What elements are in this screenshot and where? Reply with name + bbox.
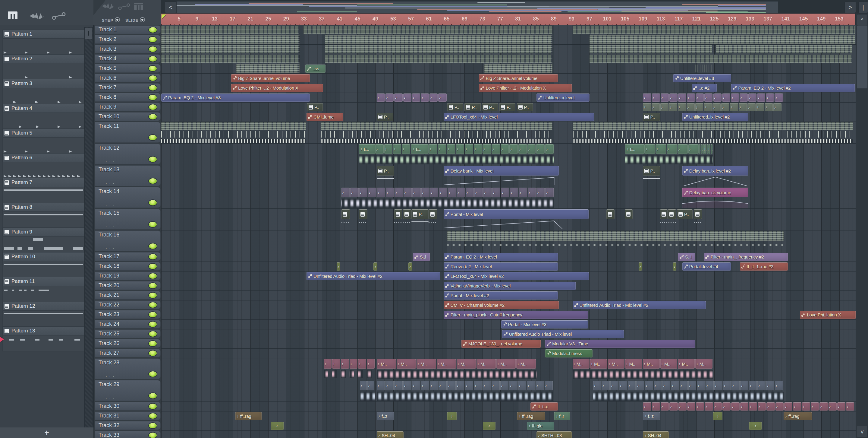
- pattern-header[interactable]: Pattern 10: [2, 252, 85, 261]
- note-clip[interactable]: ♪: [652, 402, 660, 411]
- pattern-item[interactable]: Pattern 13: [2, 326, 85, 351]
- note-clip[interactable]: ♪: [518, 381, 526, 390]
- scroll-right-button[interactable]: >: [844, 1, 856, 13]
- track-mute-led[interactable]: [148, 413, 157, 419]
- track-header[interactable]: Track 6: [95, 74, 161, 82]
- piano-icon[interactable]: [134, 3, 143, 10]
- automation-clip[interactable]: S..l: [678, 253, 695, 261]
- note-clip[interactable]: ♪: [429, 144, 437, 154]
- pattern-clip[interactable]: P..: [482, 103, 498, 111]
- automation-clip[interactable]: ..ss: [305, 64, 326, 73]
- note-clip[interactable]: ♪: [709, 144, 711, 154]
- track-mute-led[interactable]: [148, 422, 157, 429]
- note-clip[interactable]: ♪: [740, 93, 748, 101]
- note-clip[interactable]: ♪: [337, 262, 340, 270]
- note-clip[interactable]: ♪M..: [416, 359, 436, 369]
- pattern-clip[interactable]: P..: [377, 166, 394, 176]
- note-clip[interactable]: ♪: [465, 381, 473, 390]
- note-clip[interactable]: ♪: [545, 381, 553, 390]
- note-clip[interactable]: ♪: [377, 187, 385, 197]
- note-clip[interactable]: ♪M..: [660, 359, 677, 369]
- note-clip[interactable]: ♪: [394, 93, 402, 101]
- note-clip[interactable]: ♪: [713, 412, 722, 420]
- note-clip[interactable]: ♪: [695, 93, 704, 101]
- note-clip[interactable]: ♪: [373, 262, 377, 270]
- pattern-blocks-run[interactable]: [161, 55, 300, 63]
- note-clip[interactable]: ♪: [829, 402, 837, 411]
- track-mute-led[interactable]: [148, 178, 157, 184]
- note-clip[interactable]: ♪: [678, 93, 686, 101]
- pattern-clip[interactable]: P..: [447, 103, 463, 111]
- note-clip[interactable]: ♪: [619, 381, 627, 390]
- note-clip[interactable]: ♪: [439, 187, 447, 197]
- pattern-clip[interactable]: P..: [643, 113, 660, 121]
- note-clip[interactable]: ♪: [703, 144, 705, 154]
- note-clip[interactable]: ♪: [671, 381, 679, 390]
- pattern-header[interactable]: Pattern 4: [2, 104, 85, 113]
- pattern-item[interactable]: Pattern 2: [2, 54, 85, 79]
- note-clip[interactable]: ♪: [465, 144, 473, 154]
- pattern-header[interactable]: Pattern 12: [2, 302, 85, 311]
- note-clip[interactable]: ♪M..: [572, 359, 590, 369]
- pattern-clip[interactable]: [694, 209, 702, 219]
- pattern-blocks-run[interactable]: [716, 45, 852, 53]
- track-header[interactable]: Track 1: [95, 25, 161, 34]
- sample-clip[interactable]: ♪E..: [411, 144, 429, 154]
- note-clip[interactable]: ♪: [518, 144, 527, 154]
- pattern-item[interactable]: Pattern 11: [2, 277, 85, 302]
- note-clip[interactable]: ♪: [645, 381, 653, 390]
- note-clip[interactable]: ♪: [421, 381, 429, 390]
- note-clip[interactable]: ♪: [678, 402, 687, 411]
- automation-clip[interactable]: Param. EQ 2 - Mix level #3: [161, 93, 310, 101]
- note-clip[interactable]: ♪: [358, 359, 366, 369]
- note-clip[interactable]: ♪: [359, 187, 367, 197]
- note-clip[interactable]: ♪: [430, 93, 438, 101]
- note-clip[interactable]: ♪: [680, 381, 688, 390]
- note-clip[interactable]: ♪: [670, 402, 678, 411]
- track-mute-led[interactable]: [148, 75, 157, 82]
- sample-clip[interactable]: ♪E..: [625, 144, 645, 154]
- note-clip[interactable]: ♪: [384, 144, 393, 154]
- track-mute-led[interactable]: [148, 321, 157, 328]
- note-clip[interactable]: ♪: [510, 187, 518, 197]
- audio-waveform[interactable]: [359, 155, 554, 165]
- note-clip[interactable]: ♪: [402, 144, 410, 154]
- note-clip[interactable]: ♪M..: [590, 359, 607, 369]
- automation-clip[interactable]: Portal - Mix level: [444, 209, 589, 219]
- add-pattern-button[interactable]: +: [44, 428, 49, 437]
- track-header[interactable]: Track 27: [95, 349, 161, 357]
- note-clip[interactable]: ♪: [696, 402, 704, 411]
- track-mute-led[interactable]: [148, 46, 157, 53]
- note-clip[interactable]: ♪M..: [496, 359, 516, 369]
- automation-clip[interactable]: Big Z Snare..annel volume: [479, 74, 558, 82]
- note-clip[interactable]: ♪: [739, 103, 747, 111]
- note-clip[interactable]: ♪: [819, 402, 828, 411]
- sample-clip[interactable]: ♪ff..gle: [527, 422, 554, 430]
- pattern-blocks-run[interactable]: [590, 45, 712, 53]
- track-header[interactable]: Track 25: [95, 329, 161, 338]
- audio-waveform[interactable]: [341, 199, 554, 208]
- note-clip[interactable]: ♪: [408, 262, 412, 270]
- track-header[interactable]: Track 3: [95, 45, 161, 53]
- note-clip[interactable]: ♪: [412, 187, 421, 197]
- pattern-preview[interactable]: [2, 39, 85, 55]
- automation-clip[interactable]: CMI V - Channel volume #2: [444, 301, 559, 309]
- note-clip[interactable]: ♪: [714, 402, 722, 411]
- pattern-preview[interactable]: [2, 286, 85, 302]
- audio-waveform[interactable]: [350, 370, 354, 378]
- sample-clip[interactable]: ♪SH..04: [643, 431, 669, 438]
- track-header[interactable]: Track 11. . .: [95, 122, 161, 143]
- automation-clip[interactable]: Delay bank - Mix level: [444, 166, 559, 176]
- note-clip[interactable]: ♪: [395, 187, 403, 197]
- sample-clip[interactable]: ♪SHTH.. 08: [536, 431, 572, 438]
- note-clip[interactable]: ♪: [652, 93, 660, 101]
- automation-clip[interactable]: MJCOLE_130_..nel volume: [461, 340, 541, 348]
- note-clip[interactable]: ♪: [271, 422, 284, 430]
- pattern-header[interactable]: Pattern 11: [2, 277, 85, 286]
- note-clip[interactable]: ♪: [701, 144, 703, 154]
- note-clip[interactable]: ♪: [722, 402, 731, 411]
- pattern-item[interactable]: Pattern 9: [2, 228, 85, 252]
- track-header[interactable]: Track 20: [95, 281, 161, 290]
- note-clip[interactable]: ♪: [457, 187, 465, 197]
- note-clip[interactable]: ♪: [670, 93, 678, 101]
